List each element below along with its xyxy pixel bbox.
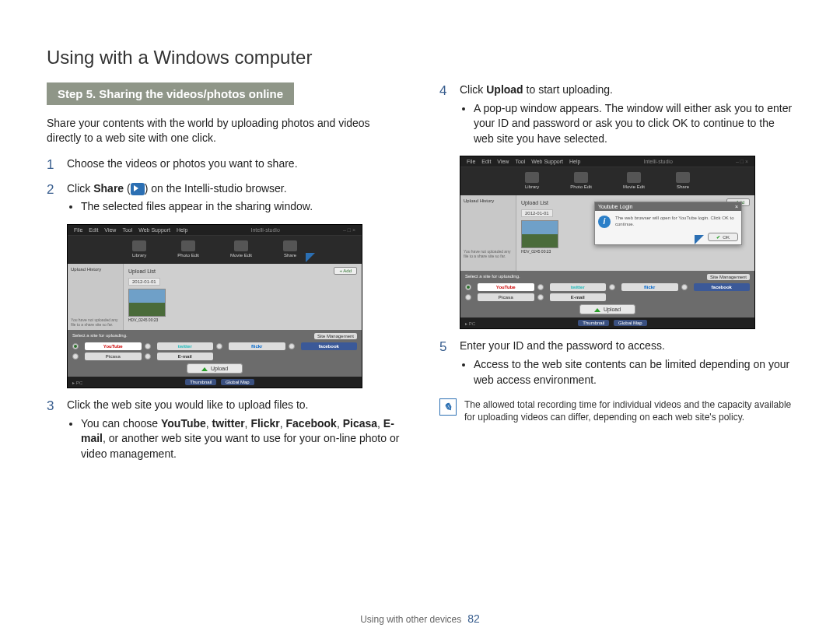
date-chip[interactable]: 2012-01-01 <box>521 209 553 217</box>
site-twitter[interactable]: twitter <box>157 342 214 350</box>
select-site-label: Select a site for uploading. <box>465 274 520 280</box>
intro-text: Share your contents with the world by up… <box>47 116 401 146</box>
site-picasa[interactable]: Picasa <box>478 293 534 301</box>
select-site-label: Select a site for uploading. <box>72 333 128 339</box>
upload-list-label: Upload List <box>128 268 156 274</box>
nav-library[interactable]: Library <box>525 172 539 189</box>
nav-photo-edit[interactable]: Photo Edit <box>177 240 199 258</box>
radio-picasa[interactable] <box>465 294 471 300</box>
radio-twitter[interactable] <box>145 343 151 349</box>
video-thumbnail[interactable]: HDV_0245 00:23 <box>521 220 558 254</box>
step-5-bullet: Access to the web site contents can be l… <box>474 357 793 388</box>
step-2-bullet: The selected files appear in the sharing… <box>81 199 313 215</box>
footer-globalmap-button[interactable]: Global Map <box>221 379 254 385</box>
info-icon: i <box>598 216 611 228</box>
page-title: Using with a Windows computer <box>47 47 793 68</box>
radio-email[interactable] <box>537 294 544 300</box>
intelli-studio-screenshot-share: File Edit View Tool Web Support Help Int… <box>67 224 362 388</box>
site-picasa[interactable]: Picasa <box>85 353 142 360</box>
site-management-button[interactable]: Site Management <box>314 333 357 339</box>
radio-facebook[interactable] <box>289 343 295 349</box>
upload-button[interactable]: Upload <box>187 363 243 374</box>
radio-youtube[interactable] <box>465 284 471 290</box>
video-thumbnail[interactable]: HDV_0245 00:23 <box>128 289 166 322</box>
radio-twitter[interactable] <box>537 284 544 290</box>
note-block: ✎ The allowed total recording time for i… <box>439 398 793 423</box>
cursor-icon <box>306 253 315 262</box>
upload-button[interactable]: Upload <box>579 304 635 314</box>
nav-movie-edit[interactable]: Movie Edit <box>623 172 645 189</box>
step-number: 4 <box>439 82 450 148</box>
dialog-title: Youtube Login <box>598 204 633 209</box>
step-number: 5 <box>439 339 450 389</box>
close-icon[interactable]: × <box>735 204 738 209</box>
radio-facebook[interactable] <box>681 284 688 290</box>
radio-flickr[interactable] <box>216 343 222 349</box>
step-3-text: Click the web site you would like to upl… <box>67 398 401 463</box>
step-header: Step 5. Sharing the videos/photos online <box>47 82 294 105</box>
nav-share[interactable]: Share <box>676 172 690 189</box>
step-number: 3 <box>47 398 58 463</box>
footer-thumbnail-button[interactable]: Thumbnail <box>185 379 216 385</box>
nav-library[interactable]: Library <box>132 240 146 258</box>
site-flickr[interactable]: flickr <box>229 342 285 350</box>
step-4-text: Click Upload to start uploading. A pop-u… <box>460 82 793 148</box>
step-number: 2 <box>47 181 58 216</box>
upload-list-label: Upload List <box>521 200 548 205</box>
site-youtube[interactable]: YouTube <box>478 283 534 291</box>
side-note: You have not uploaded any file to a shar… <box>464 250 513 258</box>
site-email[interactable]: E-mail <box>157 353 214 360</box>
intelli-studio-screenshot-login: File Edit View Tool Web Support Help Int… <box>460 156 755 329</box>
site-facebook[interactable]: facebook <box>694 283 751 291</box>
nav-photo-edit[interactable]: Photo Edit <box>570 172 592 189</box>
share-icon <box>131 183 145 195</box>
nav-movie-edit[interactable]: Movie Edit <box>230 240 252 258</box>
site-email[interactable]: E-mail <box>550 293 607 301</box>
step-4-bullet: A pop-up window appears. The window will… <box>474 101 793 147</box>
step-1-text: Choose the videos or photos you want to … <box>67 156 298 174</box>
step-5-text: Enter your ID and the password to access… <box>460 339 793 389</box>
radio-youtube[interactable] <box>72 343 79 349</box>
radio-flickr[interactable] <box>609 284 615 290</box>
step-number: 1 <box>47 156 58 174</box>
site-twitter[interactable]: twitter <box>550 283 607 291</box>
site-facebook[interactable]: facebook <box>301 342 358 350</box>
upload-arrow-icon <box>594 308 600 312</box>
page-number: 82 <box>467 612 480 625</box>
date-chip[interactable]: 2012-01-01 <box>128 278 160 286</box>
page-footer: Using with other devices82 <box>0 612 840 625</box>
add-button[interactable]: + Add <box>334 267 357 275</box>
footer-globalmap-button[interactable]: Global Map <box>614 320 647 326</box>
ok-button[interactable]: ✔OK <box>708 233 738 241</box>
site-youtube[interactable]: YouTube <box>85 342 142 350</box>
left-column: Step 5. Sharing the videos/photos online… <box>47 82 401 471</box>
right-column: 4 Click Upload to start uploading. A pop… <box>439 82 793 471</box>
footer-thumbnail-button[interactable]: Thumbnail <box>578 320 609 326</box>
nav-share[interactable]: Share <box>283 240 297 258</box>
site-management-button[interactable]: Site Management <box>707 274 750 280</box>
site-flickr[interactable]: flickr <box>621 283 678 291</box>
dialog-message: The web browser will open for YouTube lo… <box>615 216 738 226</box>
radio-email[interactable] <box>145 353 151 360</box>
youtube-login-dialog: Youtube Login × i The web browser will o… <box>594 202 742 245</box>
note-icon: ✎ <box>439 398 457 416</box>
step-3-bullet: You can choose YouTube, twitter, Flickr,… <box>81 416 401 462</box>
upload-history-label: Upload History <box>464 198 513 203</box>
side-note: You have not uploaded any file to a shar… <box>71 318 120 327</box>
note-text: The allowed total recording time for ind… <box>464 398 793 423</box>
cursor-icon <box>695 235 704 244</box>
radio-picasa[interactable] <box>72 353 79 360</box>
upload-arrow-icon <box>201 367 208 371</box>
upload-history-label: Upload History <box>71 267 120 272</box>
step-2-text: Click Share () on the Intelli-studio bro… <box>67 181 313 216</box>
